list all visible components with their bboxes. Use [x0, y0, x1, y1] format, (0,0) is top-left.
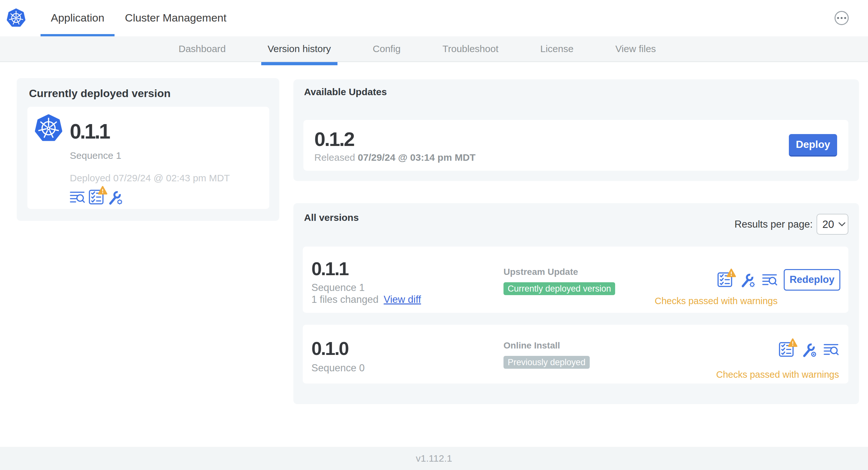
- chevron-down-icon: [838, 222, 845, 227]
- tab-cluster-management[interactable]: Cluster Management: [115, 0, 237, 36]
- available-updates-card: Available Updates 0.1.2 Released 07/29/2…: [293, 79, 859, 181]
- row-version-number: 0.1.0: [311, 338, 348, 359]
- currently-deployed-card: Currently deployed version 0.1.1 Sequenc…: [17, 78, 279, 221]
- all-versions-card: All versions Results per page: 20 0.1.1 …: [293, 203, 859, 404]
- app-footer: v1.112.1: [0, 447, 868, 470]
- overflow-menu-button[interactable]: [835, 11, 849, 25]
- deploy-button[interactable]: Deploy: [789, 134, 837, 157]
- deployed-timestamp: Deployed 07/29/24 @ 02:43 pm MDT: [70, 173, 230, 183]
- subnav-version-history[interactable]: Version history: [268, 36, 331, 61]
- subnav-license[interactable]: License: [540, 36, 573, 61]
- config-icon[interactable]: [107, 189, 123, 205]
- top-bar: Application Cluster Management: [0, 0, 868, 36]
- warning-icon: [726, 268, 736, 277]
- ellipsis-icon: [841, 17, 843, 19]
- currently-deployed-badge: Currently deployed version: [503, 282, 615, 295]
- deployed-sequence: Sequence 1: [70, 150, 230, 161]
- release-notes-icon[interactable]: [762, 272, 778, 288]
- update-version-number: 0.1.2: [314, 128, 354, 150]
- version-source: Upstream Update: [503, 267, 615, 277]
- warning-icon: [98, 186, 107, 195]
- update-card: 0.1.2 Released 07/29/24 @ 03:14 pm MDT D…: [303, 120, 848, 171]
- ellipsis-icon: [837, 17, 839, 19]
- console-version: v1.112.1: [416, 453, 452, 464]
- update-released: Released 07/29/24 @ 03:14 pm MDT: [314, 152, 475, 163]
- results-per-page-label: Results per page:: [735, 219, 813, 230]
- results-per-page-select[interactable]: 20: [816, 214, 848, 235]
- version-row: 0.1.1 Sequence 1 1 files changed View di…: [303, 246, 848, 313]
- top-tabs: Application Cluster Management: [40, 0, 237, 36]
- row-version-number: 0.1.1: [311, 258, 348, 279]
- config-icon[interactable]: [740, 272, 755, 288]
- row-sequence: Sequence 0: [311, 362, 365, 374]
- preflight-checks-icon[interactable]: [89, 189, 104, 205]
- deployed-version-number: 0.1.1: [70, 118, 230, 146]
- release-notes-icon[interactable]: [824, 342, 839, 357]
- kubernetes-logo: [34, 114, 63, 142]
- preflight-checks-icon[interactable]: [779, 342, 794, 357]
- config-icon[interactable]: [801, 342, 816, 357]
- version-source: Online Install: [503, 340, 590, 351]
- version-row: 0.1.0 Sequence 0 Online Install Previous…: [303, 325, 848, 383]
- row-sequence: Sequence 1: [311, 282, 365, 294]
- subnav-config[interactable]: Config: [373, 36, 401, 61]
- deployed-version-card: 0.1.1 Sequence 1 Deployed 07/29/24 @ 02:…: [27, 107, 269, 209]
- currently-deployed-title: Currently deployed version: [29, 87, 279, 100]
- preflight-checks-icon[interactable]: [717, 272, 733, 288]
- release-notes-icon[interactable]: [70, 189, 85, 205]
- tab-application[interactable]: Application: [40, 0, 115, 36]
- ellipsis-icon: [844, 17, 846, 19]
- subnav-troubleshoot[interactable]: Troubleshoot: [442, 36, 498, 61]
- app-subnav: Dashboard Version history Config Trouble…: [0, 36, 868, 62]
- kubernetes-logo: [6, 8, 26, 28]
- subnav-view-files[interactable]: View files: [615, 36, 656, 61]
- checks-status[interactable]: Checks passed with warnings: [655, 296, 778, 306]
- warning-icon: [788, 338, 798, 347]
- checks-status[interactable]: Checks passed with warnings: [716, 369, 839, 380]
- redeploy-button[interactable]: Redeploy: [784, 269, 840, 291]
- files-changed: 1 files changed: [311, 294, 379, 305]
- previously-deployed-badge: Previously deployed: [503, 356, 590, 369]
- available-updates-title: Available Updates: [304, 87, 859, 97]
- view-diff-link[interactable]: View diff: [384, 294, 421, 305]
- subnav-dashboard[interactable]: Dashboard: [179, 36, 226, 61]
